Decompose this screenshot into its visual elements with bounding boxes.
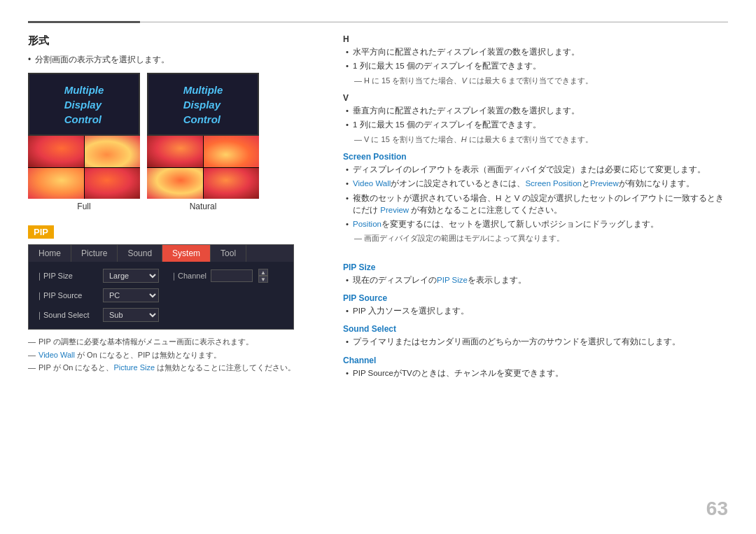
sound-select-row: ｜Sound Select Sub Main xyxy=(29,305,293,325)
katachi-title: 形式 xyxy=(28,34,322,48)
channel-bullet: PIP SourceがTVのときは、チャンネルを変更できます。 xyxy=(343,367,728,379)
menu-tab-home[interactable]: Home xyxy=(29,245,71,262)
menu-tab-sound[interactable]: Sound xyxy=(118,245,162,262)
pip-badge: PIP xyxy=(28,225,54,239)
channel-label: ｜Channel xyxy=(170,271,206,281)
pip-size-row: ｜PIP Size Large Small Medium ｜Channel ▲ … xyxy=(29,266,293,286)
sp-bullet-3: 複数のセットが選択されている場合、H と V の設定が選択したセットのレイアウト… xyxy=(343,192,728,217)
natural-group: MultipleDisplayControl Natural xyxy=(147,73,259,211)
pip-source-section: PIP Source PIP 入力ソースを選択します。 xyxy=(343,293,728,317)
channel-sub-label: Channel xyxy=(343,356,728,365)
pip-note-3: ― PIP が On になると、Picture Size は無効となることに注意… xyxy=(28,361,322,374)
display-images: MultipleDisplayControl Full xyxy=(28,73,322,211)
top-border-left xyxy=(28,21,140,23)
h-bullet-2: 1 列に最大 15 個のディスプレイを配置できます。 xyxy=(343,60,728,72)
main-content: 形式 分割画面の表示方式を選択します。 MultipleDisplayContr… xyxy=(28,34,728,513)
sp-bullet-1: ディスプレイのレイアウトを表示（画面ディバイダで設定）または必要に応じて変更しま… xyxy=(343,164,728,176)
menu-tab-system[interactable]: System xyxy=(162,245,211,262)
flower-cell xyxy=(204,136,260,167)
pip-source-label: ｜PIP Source xyxy=(36,290,99,301)
h-section: H 水平方向に配置されたディスプレイ装置の数を選択します。 1 列に最大 15 … xyxy=(343,34,728,86)
flower-cell xyxy=(147,136,203,167)
h-bullet-1: 水平方向に配置されたディスプレイ装置の数を選択します。 xyxy=(343,46,728,58)
natural-label: Natural xyxy=(190,202,217,211)
spacer xyxy=(343,251,728,257)
sp-bullet-4: Positionを変更するには、セットを選択して新しいポジションにドラッグします… xyxy=(343,218,728,230)
flower-cell xyxy=(85,168,141,199)
flower-cell xyxy=(204,168,260,199)
pip-note-1: ― PIP の調整に必要な基本情報がメニュー画面に表示されます。 xyxy=(28,335,322,349)
page-number: 63 xyxy=(706,498,728,520)
channel-spinbox: ▲ ▼ xyxy=(258,269,268,283)
sound-select-section: Sound Select プライマリまたはセカンダリ画面のどちらか一方のサウンド… xyxy=(343,324,728,348)
channel-up[interactable]: ▲ xyxy=(258,269,268,276)
v-note: V に 15 を割り当てた場合、H には最大 6 まで割り当てできます。 xyxy=(343,134,728,146)
v-bullet-1: 垂直方向に配置されたディスプレイ装置の数を選択します。 xyxy=(343,105,728,117)
v-section: V 垂直方向に配置されたディスプレイ装置の数を選択します。 1 列に最大 15 … xyxy=(343,93,728,145)
h-label: H xyxy=(343,34,728,44)
sound-select-bullet: プライマリまたはセカンダリ画面のどちらか一方のサウンドを選択して有効にします。 xyxy=(343,336,728,348)
pip-size-bullet: 現在のディスプレイのPIP Sizeを表示します。 xyxy=(343,274,728,286)
sound-select-label: ｜Sound Select xyxy=(36,310,99,321)
menu-tab-tool[interactable]: Tool xyxy=(211,245,246,262)
pip-source-select[interactable]: PC DVI HDMI xyxy=(103,288,159,302)
pip-menu-body: ｜PIP Size Large Small Medium ｜Channel ▲ … xyxy=(29,262,293,329)
flower-grid-natural xyxy=(147,136,259,199)
menu-tab-picture[interactable]: Picture xyxy=(71,245,118,262)
pip-section: PIP Home Picture Sound System Tool ｜PIP … xyxy=(28,225,322,374)
flower-cell xyxy=(28,168,84,199)
screen-position-label: Screen Position xyxy=(343,152,728,162)
flower-cell xyxy=(85,136,141,167)
full-group: MultipleDisplayControl Full xyxy=(28,73,140,211)
channel-input[interactable] xyxy=(211,269,253,282)
mdc-box-full: MultipleDisplayControl xyxy=(28,73,140,136)
header-area xyxy=(28,21,728,23)
flower-cell xyxy=(28,136,84,167)
pip-size-sub-label: PIP Size xyxy=(343,262,728,272)
pip-menu-bar: Home Picture Sound System Tool xyxy=(29,245,293,262)
pip-size-section: PIP Size 現在のディスプレイのPIP Sizeを表示します。 xyxy=(343,262,728,286)
katachi-section: 形式 分割画面の表示方式を選択します。 MultipleDisplayContr… xyxy=(28,34,322,211)
pip-note-2: ― Video Wall が On になると、PIP は無効となります。 xyxy=(28,349,322,362)
pip-source-sub-label: PIP Source xyxy=(343,293,728,303)
v-label: V xyxy=(343,93,728,103)
full-label: Full xyxy=(77,202,90,211)
h-note: H に 15 を割り当てた場合、V には最大 6 まで割り当てできます。 xyxy=(343,75,728,87)
header-line xyxy=(140,22,728,22)
screen-position-section: Screen Position ディスプレイのレイアウトを表示（画面ディバイダで… xyxy=(343,152,728,244)
channel-section: Channel PIP SourceがTVのときは、チャンネルを変更できます。 xyxy=(343,356,728,379)
pip-menu-container: Home Picture Sound System Tool ｜PIP Size… xyxy=(28,244,294,330)
page-container: 形式 分割画面の表示方式を選択します。 MultipleDisplayContr… xyxy=(0,0,756,534)
sp-note: 画面ディバイダ設定の範囲はモデルによって異なります。 xyxy=(343,232,728,244)
pip-notes: ― PIP の調整に必要な基本情報がメニュー画面に表示されます。 ― Video… xyxy=(28,335,322,374)
pip-source-bullet: PIP 入力ソースを選択します。 xyxy=(343,305,728,317)
pip-size-select[interactable]: Large Small Medium xyxy=(103,269,159,283)
flower-cell xyxy=(147,168,203,199)
pip-size-label: ｜PIP Size xyxy=(36,271,99,281)
flower-grid-full xyxy=(28,136,140,199)
v-bullet-2: 1 列に最大 15 個のディスプレイを配置できます。 xyxy=(343,119,728,131)
channel-down[interactable]: ▼ xyxy=(258,276,268,283)
mdc-box-natural: MultipleDisplayControl xyxy=(147,73,259,136)
katachi-bullet: 分割画面の表示方式を選択します。 xyxy=(28,53,322,66)
sp-bullet-2: Video Wallがオンに設定されているときには、Screen Positio… xyxy=(343,178,728,190)
right-column: H 水平方向に配置されたディスプレイ装置の数を選択します。 1 列に最大 15 … xyxy=(343,34,728,513)
sound-select-select[interactable]: Sub Main xyxy=(103,308,159,322)
sound-select-sub-label: Sound Select xyxy=(343,324,728,334)
pip-source-row: ｜PIP Source PC DVI HDMI xyxy=(29,286,293,305)
left-column: 形式 分割画面の表示方式を選択します。 MultipleDisplayContr… xyxy=(28,34,322,513)
